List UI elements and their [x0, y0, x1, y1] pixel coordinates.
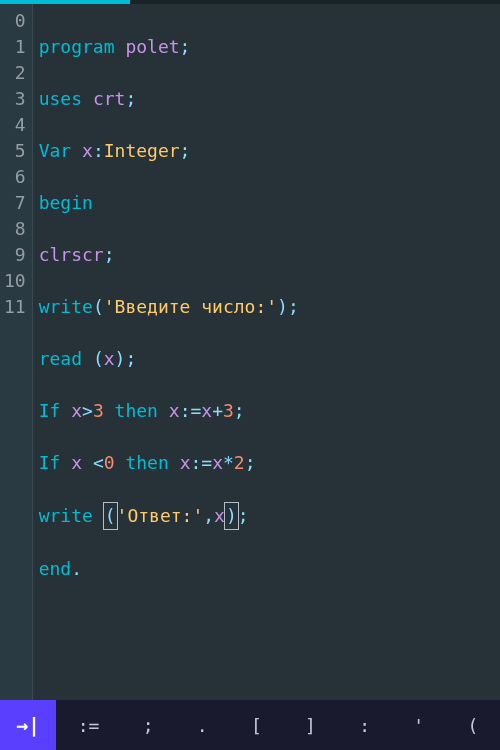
keyword: If — [39, 400, 61, 421]
code-line: write ('Ответ:',x); — [39, 502, 500, 530]
keyword: end — [39, 558, 72, 579]
punct: ; — [288, 296, 299, 317]
identifier: crt — [93, 88, 126, 109]
keyword: begin — [39, 192, 93, 213]
tab-icon: →| — [16, 713, 40, 737]
punct: ; — [125, 348, 136, 369]
operator: := — [190, 452, 212, 473]
symbol-key[interactable]: ; — [137, 715, 160, 736]
scroll-track — [0, 0, 500, 4]
identifier: x — [71, 452, 82, 473]
line-number: 1 — [4, 34, 26, 60]
symbol-key[interactable]: . — [191, 715, 214, 736]
code-line: write('Введите число:'); — [39, 294, 500, 320]
line-number-gutter: 0 1 2 3 4 5 6 7 8 9 10 11 — [0, 4, 33, 700]
tab-key-button[interactable]: →| — [0, 700, 56, 750]
identifier: x — [212, 452, 223, 473]
symbol-key[interactable]: [ — [245, 715, 268, 736]
code-line: Var x:Integer; — [39, 138, 500, 164]
line-number: 3 — [4, 86, 26, 112]
identifier: polet — [125, 36, 179, 57]
punct: . — [71, 558, 82, 579]
keyword: uses — [39, 88, 82, 109]
punct: ; — [238, 505, 249, 526]
symbol-key[interactable]: ] — [299, 715, 322, 736]
punct: ; — [245, 452, 256, 473]
code-area: 0 1 2 3 4 5 6 7 8 9 10 11 program polet;… — [0, 4, 500, 700]
paren-close: ) — [115, 348, 126, 369]
identifier: x — [71, 400, 82, 421]
line-number: 7 — [4, 190, 26, 216]
symbol-toolbar: →| := ; . [ ] : ' ( — [0, 700, 500, 750]
paren-close-match: ) — [224, 502, 239, 530]
punct: ; — [125, 88, 136, 109]
space — [82, 348, 93, 369]
paren-open-cursor: ( — [103, 502, 118, 530]
paren-open: ( — [93, 348, 104, 369]
line-number: 4 — [4, 112, 26, 138]
scroll-thumb[interactable] — [0, 0, 130, 4]
number: 0 — [104, 452, 115, 473]
symbol-key[interactable]: ' — [407, 715, 430, 736]
code-line: begin — [39, 190, 500, 216]
function: write — [39, 296, 93, 317]
code-line: program polet; — [39, 34, 500, 60]
code-line: If x>3 then x:=x+3; — [39, 398, 500, 424]
line-number: 5 — [4, 138, 26, 164]
identifier: x — [180, 452, 191, 473]
space — [82, 452, 93, 473]
keyword: then — [125, 452, 168, 473]
line-number: 10 — [4, 268, 26, 294]
line-number: 0 — [4, 8, 26, 34]
operator: * — [223, 452, 234, 473]
keyword: then — [115, 400, 158, 421]
comma: , — [203, 505, 214, 526]
number: 3 — [93, 400, 104, 421]
type: Integer — [104, 140, 180, 161]
identifier: x — [169, 400, 180, 421]
punct: : — [93, 140, 104, 161]
symbol-row: := ; . [ ] : ' ( — [56, 700, 500, 750]
keyword: program — [39, 36, 115, 57]
identifier: x — [104, 348, 115, 369]
code-content[interactable]: program polet; uses crt; Var x:Integer; … — [33, 4, 500, 700]
string: 'Введите число:' — [104, 296, 277, 317]
paren-open: ( — [93, 296, 104, 317]
punct: ; — [104, 244, 115, 265]
code-line: end. — [39, 556, 500, 582]
code-line — [39, 608, 500, 634]
identifier: x — [82, 140, 93, 161]
code-line: If x <0 then x:=x*2; — [39, 450, 500, 476]
function: write — [39, 505, 93, 526]
operator: > — [82, 400, 93, 421]
line-number: 9 — [4, 242, 26, 268]
identifier: clrscr — [39, 244, 104, 265]
function: read — [39, 348, 82, 369]
punct: ; — [180, 140, 191, 161]
punct: ; — [180, 36, 191, 57]
symbol-key[interactable]: : — [353, 715, 376, 736]
symbol-key[interactable]: := — [72, 715, 106, 736]
paren-close: ) — [277, 296, 288, 317]
operator: < — [93, 452, 104, 473]
code-line: read (x); — [39, 346, 500, 372]
code-line: clrscr; — [39, 242, 500, 268]
operator: := — [180, 400, 202, 421]
keyword: If — [39, 452, 61, 473]
keyword: Var — [39, 140, 72, 161]
punct: ; — [234, 400, 245, 421]
line-number: 6 — [4, 164, 26, 190]
symbol-key[interactable]: ( — [461, 715, 484, 736]
code-line: uses crt; — [39, 86, 500, 112]
operator: + — [212, 400, 223, 421]
number: 3 — [223, 400, 234, 421]
identifier: x — [201, 400, 212, 421]
code-editor: 0 1 2 3 4 5 6 7 8 9 10 11 program polet;… — [0, 0, 500, 750]
line-number: 8 — [4, 216, 26, 242]
number: 2 — [234, 452, 245, 473]
line-number: 11 — [4, 294, 26, 320]
line-number: 2 — [4, 60, 26, 86]
string: 'Ответ:' — [117, 505, 204, 526]
